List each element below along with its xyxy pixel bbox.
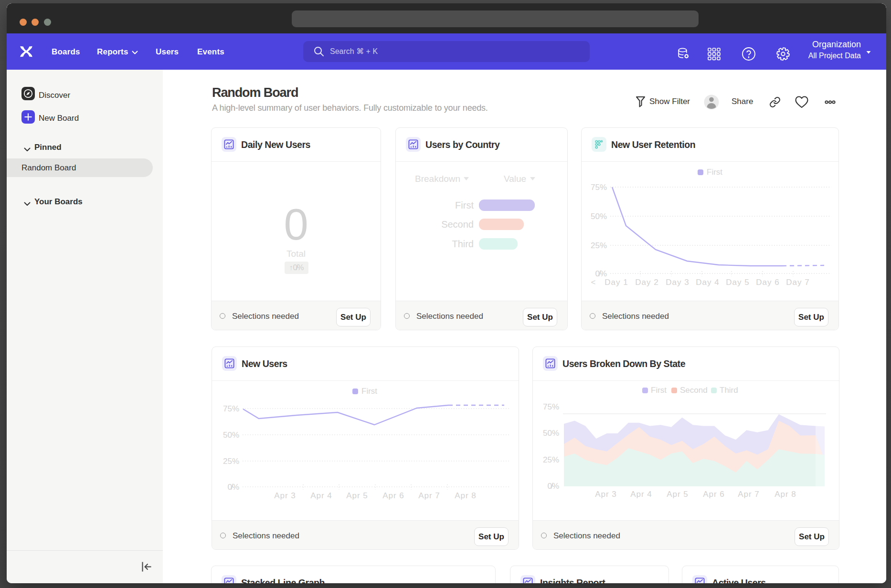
svg-text:Breakdown: Breakdown: [415, 174, 460, 184]
svg-text:Day 6: Day 6: [756, 278, 779, 287]
svg-text:Apr 5: Apr 5: [346, 491, 368, 500]
svg-text:Second: Second: [680, 386, 708, 395]
svg-text:75%: 75%: [543, 402, 559, 411]
svg-text:Third: Third: [452, 239, 474, 249]
svg-text:Apr 6: Apr 6: [382, 491, 404, 500]
svg-text:Day 4: Day 4: [696, 278, 719, 287]
svg-text:Apr 4: Apr 4: [310, 491, 332, 500]
svg-text:75%: 75%: [223, 404, 239, 413]
svg-text:25%: 25%: [591, 241, 607, 250]
svg-text:0̸%: 0̸%: [227, 483, 239, 492]
svg-text:Apr 8: Apr 8: [774, 490, 796, 499]
svg-text:Apr 8: Apr 8: [455, 491, 477, 500]
svg-text:Day 7: Day 7: [786, 278, 809, 287]
svg-text:25%: 25%: [543, 455, 559, 464]
svg-text:Day 2: Day 2: [635, 278, 658, 287]
svg-text:75%: 75%: [591, 183, 607, 192]
svg-text:Third: Third: [720, 386, 738, 395]
svg-text:Apr 6: Apr 6: [703, 490, 725, 499]
svg-text:Day 1: Day 1: [605, 278, 628, 287]
svg-text:50%: 50%: [591, 212, 607, 221]
svg-text:First: First: [455, 200, 474, 210]
svg-text:Apr 7: Apr 7: [738, 490, 760, 499]
svg-text:Apr 7: Apr 7: [418, 491, 440, 500]
svg-text:Apr 3: Apr 3: [274, 491, 296, 500]
svg-text:Apr 4: Apr 4: [630, 490, 652, 499]
svg-text:Apr 3: Apr 3: [595, 490, 617, 499]
svg-text:25%: 25%: [223, 457, 239, 466]
svg-text:First: First: [707, 168, 722, 177]
svg-text:0̸%: 0̸%: [547, 482, 559, 491]
svg-text:Day 5: Day 5: [726, 278, 749, 287]
svg-text:Apr 5: Apr 5: [667, 490, 689, 499]
svg-text:Second: Second: [441, 219, 474, 230]
svg-text:0̸%: 0̸%: [595, 269, 607, 278]
svg-text:Value: Value: [504, 174, 526, 184]
svg-text:First: First: [361, 387, 377, 396]
svg-text:50%: 50%: [543, 429, 559, 438]
svg-text:Day 3: Day 3: [666, 278, 689, 287]
svg-text:50%: 50%: [223, 430, 239, 440]
svg-text:<: <: [591, 278, 596, 287]
svg-text:First: First: [651, 386, 667, 395]
